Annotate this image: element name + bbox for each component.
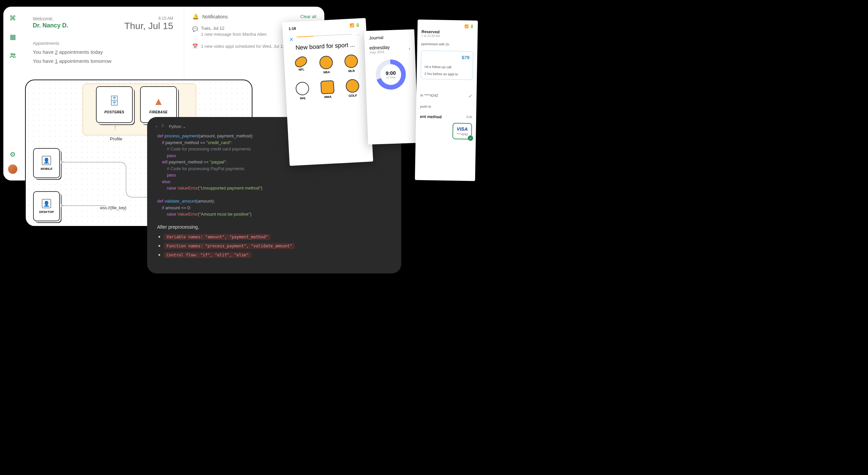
edit-button[interactable]: Edit	[466, 115, 472, 120]
status-icons: 📶 🔋	[349, 23, 360, 28]
visa-card[interactable]: VISA ****4242 ✓	[453, 123, 472, 139]
calendar-small-icon: 📅	[192, 43, 197, 49]
card-info-row: in ****4242 ✓	[420, 93, 472, 99]
preprocessing-pill: Function names: "process_payment", "vali…	[164, 243, 295, 249]
arrow-right-icon[interactable]: →	[355, 31, 361, 38]
appointments-heading: Appointments	[33, 41, 173, 46]
preprocessing-pill: Control flow: "if", "elif", "else"	[164, 252, 251, 258]
appointment-payment-panel: 📶🔋 Reserved 1 at 10:30 AM ppointment wit…	[415, 20, 478, 181]
time-label: 6:15 AM	[124, 16, 173, 21]
sport-item-mma[interactable]: MMA	[320, 80, 335, 99]
football-icon	[293, 55, 309, 69]
notification-text: 1 new video appt scheduled for Wed, Jul …	[201, 44, 286, 49]
close-icon[interactable]: ✕	[289, 36, 293, 43]
command-icon[interactable]: ⌘	[8, 13, 18, 23]
basketball-icon	[319, 56, 333, 69]
notification-text: 1 new message from Martha Allen	[201, 32, 267, 37]
avatar[interactable]	[8, 164, 18, 174]
mobile-card[interactable]: 👤 MOBILE	[33, 148, 60, 178]
people-icon[interactable]	[8, 51, 18, 60]
sport-item-nfl[interactable]: NFL	[294, 57, 308, 75]
sport-item-nba[interactable]: NBA	[319, 56, 333, 74]
visa-logo: VISA	[457, 126, 468, 132]
sidebar: ⌘ ▦ ⚙	[3, 7, 22, 181]
arrow-up-icon: ↑	[113, 123, 117, 132]
welcome-label: Welcome,	[33, 16, 68, 22]
baseball-icon	[344, 54, 358, 68]
push-text: push to	[420, 105, 472, 109]
progress-ring: 9:00 12 mins	[375, 59, 406, 90]
sports-board-panel: 1:18 📶 🔋 ✕ → New board for sport ... NFL…	[282, 18, 373, 166]
device-icon: 👤	[42, 199, 51, 208]
price-box: $79 nd a follow-up call. 2 hrs before an…	[421, 51, 473, 80]
svg-marker-2	[61, 160, 64, 164]
appointments-today: You have 2 appointments today	[33, 49, 173, 55]
appointments-tomorrow: You have 1 appointments tomorrow	[33, 58, 173, 64]
chat-icon: 💬	[192, 26, 197, 32]
language-selector[interactable]: Python⌄	[169, 124, 186, 129]
add-cell-icon[interactable]: ＋	[154, 124, 158, 129]
svg-point-1	[13, 54, 15, 56]
reminder-text: 2 hrs before an appt to	[424, 72, 469, 76]
price-value: $79	[425, 54, 469, 60]
reserved-subtitle: 1 at 10:30 AM	[421, 34, 473, 38]
visa-last4: ****4242	[456, 133, 468, 136]
clear-all-button[interactable]: Clear all	[300, 14, 316, 19]
hockey-icon	[296, 82, 310, 96]
journal-panel: Journal ednesday may 2019 › 9:00 12 mins	[364, 29, 418, 145]
gear-icon[interactable]: ⚙	[8, 150, 18, 159]
calendar-icon[interactable]: ▦	[8, 32, 18, 41]
ring-time: 9:00	[385, 70, 396, 76]
check-circle-icon: ✓	[468, 93, 472, 99]
drag-handle-icon[interactable]: ⠿	[161, 124, 164, 129]
progress-bar	[297, 33, 352, 37]
status-time: 1:18	[288, 26, 296, 31]
notifications-title: Notifications	[202, 14, 297, 20]
mma-icon	[320, 80, 334, 94]
journal-title: Journal	[369, 34, 410, 40]
svg-point-0	[11, 54, 13, 56]
bell-icon: 🔔	[192, 13, 199, 20]
golf-icon	[345, 79, 360, 93]
sport-item-nhl[interactable]: NHL	[296, 82, 310, 100]
sport-grid: NFL NBA MLB NHL MMA GOLF	[290, 54, 364, 101]
journal-day-selector[interactable]: ednesday may 2019 ›	[369, 44, 411, 54]
followup-text: nd a follow-up call.	[425, 65, 469, 69]
desktop-card[interactable]: 👤 DESKTOP	[33, 191, 60, 221]
doctor-name: Dr. Nancy D.	[33, 22, 68, 29]
status-bar: 1:18 📶 🔋	[288, 23, 360, 31]
firebase-icon: ▲	[153, 95, 164, 108]
check-icon: ✓	[468, 135, 473, 141]
after-preprocessing-label: After preprocessing,	[157, 224, 391, 230]
chevron-right-icon[interactable]: ›	[409, 45, 410, 51]
chevron-down-icon: ⌄	[183, 124, 186, 129]
date-label: Thur, Jul 15	[124, 21, 173, 31]
board-title: New board for sport ...	[289, 41, 361, 52]
payment-method-title: ent method	[420, 114, 442, 119]
preprocessing-pill: Variable names: "amount", "payment_metho…	[164, 234, 271, 240]
appointment-with: ppointment with Dr.	[421, 42, 473, 47]
device-icon: 👤	[42, 156, 51, 165]
preprocessing-list: Variable names: "amount", "payment_metho…	[157, 234, 391, 258]
database-icon: 🗄	[109, 95, 120, 108]
status-bar: 📶🔋	[422, 24, 474, 28]
svg-marker-3	[61, 204, 64, 207]
ring-subtitle: 12 mins	[386, 76, 396, 79]
profile-label: Profile	[110, 136, 122, 141]
sport-item-golf[interactable]: GOLF	[345, 79, 360, 98]
postgres-card[interactable]: 🗄 POSTGRES	[96, 86, 133, 123]
sport-item-mlb[interactable]: MLB	[344, 54, 359, 73]
connector-lines	[59, 147, 153, 214]
notification-date: Tues, Jul 12	[201, 26, 267, 31]
